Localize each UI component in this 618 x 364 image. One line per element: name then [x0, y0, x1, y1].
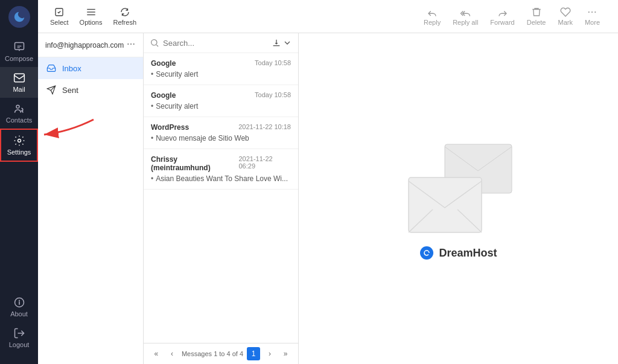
- delete-button[interactable]: Delete: [527, 7, 546, 26]
- toolbar-left: Select Options Refresh: [44, 7, 189, 26]
- refresh-button[interactable]: Refresh: [113, 7, 137, 26]
- inbox-folder-icon: [46, 63, 56, 73]
- search-bar: [144, 33, 298, 53]
- email-item[interactable]: WordPress 2021-11-22 10:18 Nuevo mensaje…: [144, 117, 298, 149]
- email-date: 2021-11-22 06:29: [238, 155, 291, 172]
- reply-all-label: Reply all: [453, 19, 478, 26]
- more-icon: [587, 7, 597, 18]
- sidebar-item-mail-label: Mail: [13, 86, 25, 93]
- toolbar: Select Options Refresh: [38, 0, 618, 33]
- svg-rect-21: [409, 177, 482, 232]
- brand-name: DreamHost: [439, 247, 497, 260]
- folder-account: info@highapproach.com: [38, 33, 143, 57]
- email-item[interactable]: Google Today 10:58 Security alert: [144, 85, 298, 117]
- sidebar-item-compose-label: Compose: [5, 55, 33, 62]
- mark-label: Mark: [558, 19, 572, 26]
- select-label: Select: [50, 19, 69, 26]
- account-email: info@highapproach.com: [45, 41, 124, 49]
- preview-empty: DreamHost: [404, 137, 513, 260]
- email-sender: Google: [151, 59, 176, 68]
- email-date: 2021-11-22 10:18: [238, 123, 291, 132]
- inbox-folder-label: Inbox: [62, 64, 81, 73]
- moon-icon: [13, 10, 26, 24]
- folder-panel: info@highapproach.com Inbox: [38, 33, 144, 364]
- page-info: Messages 1 to 4 of 4: [182, 350, 243, 357]
- download-icon[interactable]: [272, 38, 281, 48]
- prev-page-button[interactable]: ‹: [166, 348, 178, 360]
- first-page-button[interactable]: «: [150, 348, 162, 360]
- email-sender: Google: [151, 91, 176, 100]
- options-label: Options: [80, 19, 103, 26]
- next-page-button[interactable]: ›: [264, 348, 276, 360]
- refresh-label: Refresh: [113, 19, 137, 26]
- email-item-header: WordPress 2021-11-22 10:18: [151, 123, 291, 132]
- chevron-down-icon[interactable]: [282, 38, 292, 48]
- email-sender: WordPress: [151, 123, 189, 132]
- sidebar-item-logout[interactable]: Logout: [9, 322, 30, 353]
- svg-point-2: [16, 105, 19, 108]
- select-icon: [54, 7, 65, 18]
- sent-folder-label: Sent: [62, 86, 78, 95]
- email-list-footer: « ‹ Messages 1 to 4 of 4 1 › »: [144, 343, 298, 364]
- email-date: Today 10:58: [255, 59, 291, 68]
- sidebar-item-about[interactable]: About: [9, 292, 30, 322]
- delete-icon: [531, 7, 542, 18]
- delete-label: Delete: [527, 19, 546, 26]
- forward-button[interactable]: Forward: [490, 7, 514, 26]
- sidebar-item-contacts[interactable]: Contacts: [0, 98, 38, 129]
- folder-sent[interactable]: Sent: [38, 79, 143, 101]
- svg-point-13: [595, 11, 596, 13]
- reply-label: Reply: [424, 19, 441, 26]
- reply-icon: [427, 7, 438, 18]
- sidebar-item-settings[interactable]: Settings: [0, 129, 38, 162]
- email-item-header: Chrissy (meintraumhund) 2021-11-22 06:29: [151, 155, 291, 172]
- svg-point-15: [130, 43, 132, 45]
- email-date: Today 10:58: [255, 91, 291, 100]
- reply-button[interactable]: Reply: [424, 7, 441, 26]
- envelope-illustration: [404, 137, 513, 234]
- svg-point-11: [588, 11, 590, 13]
- email-item-header: Google Today 10:58: [151, 91, 291, 100]
- sidebar-item-mail[interactable]: Mail: [0, 67, 38, 98]
- email-subject: Nuevo mensaje de Sitio Web: [151, 134, 291, 142]
- folder-inbox[interactable]: Inbox: [38, 57, 143, 79]
- mark-button[interactable]: Mark: [558, 7, 572, 26]
- svg-point-19: [151, 40, 157, 45]
- account-menu-icon[interactable]: [126, 39, 136, 51]
- search-input[interactable]: [163, 39, 268, 48]
- forward-label: Forward: [490, 19, 514, 26]
- last-page-button[interactable]: »: [279, 348, 291, 360]
- mark-icon: [560, 7, 571, 18]
- sidebar-bottom: About Logout: [9, 292, 30, 358]
- email-item-header: Google Today 10:58: [151, 59, 291, 68]
- sent-folder-icon: [46, 85, 56, 95]
- sidebar-item-contacts-label: Contacts: [6, 117, 32, 124]
- email-item[interactable]: Chrissy (meintraumhund) 2021-11-22 06:29…: [144, 149, 298, 190]
- compose-icon: [13, 41, 25, 53]
- contacts-icon: [13, 103, 25, 115]
- info-icon: [13, 296, 25, 308]
- sidebar: Compose Mail Contacts Settings: [0, 0, 38, 364]
- refresh-icon: [119, 7, 130, 18]
- options-button[interactable]: Options: [80, 7, 103, 26]
- download-icon-area: [272, 38, 292, 48]
- options-icon: [86, 7, 97, 18]
- select-button[interactable]: Select: [50, 7, 69, 26]
- email-subject: Security alert: [151, 70, 291, 78]
- email-subject: Asian Beauties Want To Share Love Wi...: [151, 174, 291, 183]
- sidebar-item-logout-label: Logout: [9, 341, 30, 348]
- reply-all-button[interactable]: Reply all: [453, 7, 478, 26]
- current-page: 1: [247, 347, 260, 360]
- svg-point-12: [591, 11, 593, 13]
- more-button[interactable]: More: [585, 7, 600, 26]
- email-item[interactable]: Google Today 10:58 Security alert: [144, 53, 298, 85]
- email-subject: Security alert: [151, 102, 291, 110]
- svg-point-3: [18, 139, 21, 142]
- app-logo: [8, 6, 30, 28]
- sidebar-item-about-label: About: [10, 310, 28, 318]
- sidebar-item-compose[interactable]: Compose: [0, 36, 38, 67]
- search-icon: [150, 38, 159, 48]
- sidebar-item-settings-label: Settings: [7, 148, 31, 156]
- toolbar-right: Reply Reply all Forward: [424, 7, 612, 26]
- svg-point-14: [127, 43, 129, 45]
